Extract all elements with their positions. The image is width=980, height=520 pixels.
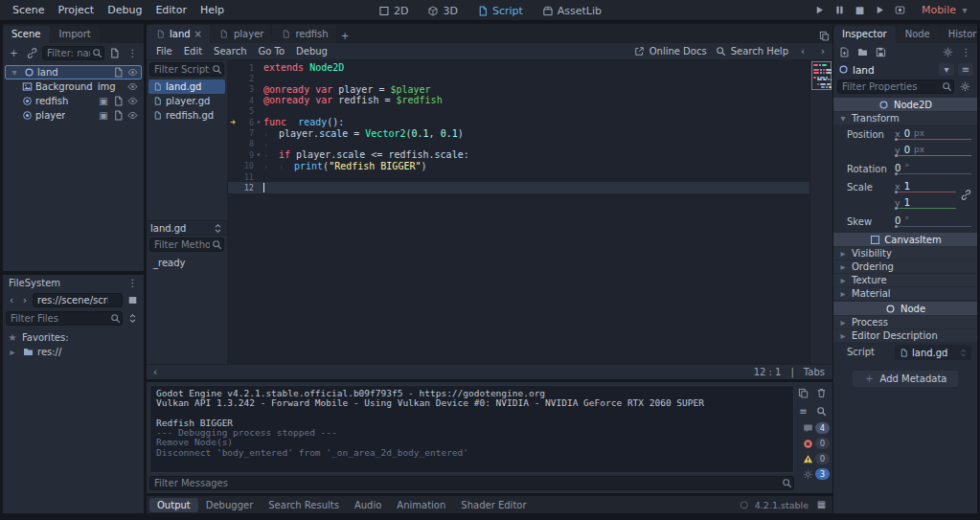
- section-editor-description[interactable]: ▸Editor Description: [833, 329, 977, 342]
- stop-button[interactable]: ■: [852, 3, 868, 17]
- make-floating-button[interactable]: [816, 29, 832, 43]
- filter-messages-button[interactable]: 4: [802, 422, 830, 434]
- line-col-indicator[interactable]: 12 : 1: [754, 367, 782, 377]
- filesystem-menu-button[interactable]: ⋮: [125, 276, 141, 290]
- fs-back-button[interactable]: ‹: [6, 293, 17, 307]
- fs-sort-button[interactable]: [125, 311, 141, 326]
- workspace-3d-button[interactable]: 3D: [421, 4, 464, 18]
- section-visibility[interactable]: ▸Visibility: [833, 247, 977, 260]
- section-texture[interactable]: ▸Texture: [833, 274, 977, 286]
- copy-output-button[interactable]: [795, 386, 811, 400]
- code-line-8[interactable]: 8›: [228, 139, 809, 149]
- code-line-11[interactable]: 11: [228, 171, 809, 182]
- movie-maker-button[interactable]: [892, 3, 908, 17]
- close-tab-icon[interactable]: ×: [194, 29, 202, 39]
- play-scene-button[interactable]: [872, 3, 888, 17]
- collapse-duplicates-button[interactable]: ≡: [795, 404, 811, 418]
- skew-field[interactable]: 0°: [895, 215, 971, 227]
- scale-y-field[interactable]: y1: [895, 196, 956, 209]
- workspace-2d-button[interactable]: 2D: [372, 4, 415, 18]
- code-line-12[interactable]: 12: [228, 182, 809, 192]
- inspector-filter-input[interactable]: [837, 79, 954, 94]
- script-menu-debug[interactable]: Debug: [290, 46, 333, 57]
- scene-node-redfish[interactable]: redfish▣: [5, 94, 142, 108]
- node-dropdown-button[interactable]: ▾: [939, 63, 954, 76]
- minimap[interactable]: [809, 60, 832, 364]
- script-tab-player[interactable]: player: [211, 25, 271, 43]
- scene-dock-tab-import[interactable]: Import: [51, 26, 100, 43]
- online-docs-button[interactable]: Online Docs: [634, 46, 707, 57]
- fs-filter-input[interactable]: [6, 311, 123, 326]
- rotation-field[interactable]: 0°: [895, 162, 971, 174]
- menu-editor[interactable]: Editor: [148, 3, 194, 17]
- bottom-tab-audio[interactable]: Audio: [347, 498, 389, 512]
- section-transform[interactable]: ▾Transform: [833, 112, 977, 124]
- scene-node-player[interactable]: player▣: [5, 108, 142, 123]
- script-menu-search[interactable]: Search: [208, 46, 252, 57]
- attach-script-button[interactable]: [106, 46, 123, 60]
- workspace-assetlib-button[interactable]: AssetLib: [536, 4, 608, 18]
- save-resource-button[interactable]: [873, 45, 889, 59]
- code-line-6[interactable]: 6▾func _ready():: [228, 117, 809, 127]
- extra-options-button[interactable]: ≡: [958, 63, 973, 76]
- method-sort-button[interactable]: [212, 221, 223, 236]
- fs-forward-button[interactable]: ›: [19, 293, 31, 307]
- script-resource-field[interactable]: land.gd: [895, 345, 971, 360]
- add-metadata-button[interactable]: + Add Metadata: [853, 371, 959, 387]
- fs-path-input[interactable]: [33, 293, 123, 307]
- position-y-field[interactable]: y0px: [895, 144, 971, 156]
- inspector-tab-node[interactable]: Node: [897, 26, 939, 43]
- bottom-tab-debugger[interactable]: Debugger: [198, 498, 262, 512]
- filter-editor-button[interactable]: 3: [802, 468, 830, 480]
- script-menu-go-to[interactable]: Go To: [252, 46, 290, 57]
- load-resource-button[interactable]: [855, 45, 871, 59]
- toggle-split-mode-button[interactable]: [125, 293, 141, 307]
- search-output-button[interactable]: [813, 404, 830, 418]
- code-line-5[interactable]: 5: [228, 106, 809, 117]
- section-ordering[interactable]: ▸Ordering: [833, 260, 977, 273]
- filter-errors-button[interactable]: 0: [802, 438, 830, 449]
- add-node-button[interactable]: +: [6, 46, 22, 60]
- collapse-scripts-panel-button[interactable]: ‹: [149, 365, 161, 379]
- method-item-ready[interactable]: _ready: [150, 256, 223, 270]
- inspector-tab-inspector[interactable]: Inspector: [833, 26, 896, 43]
- inspector-tab-history[interactable]: History: [940, 26, 977, 43]
- section-process[interactable]: ▸Process: [833, 316, 977, 328]
- script-menu-file[interactable]: File: [150, 46, 178, 57]
- scale-x-field[interactable]: x1: [895, 180, 956, 192]
- position-x-field[interactable]: x0px: [895, 127, 971, 140]
- bottom-tab-output[interactable]: Output: [149, 498, 198, 512]
- scene-node-land[interactable]: ▾land: [5, 65, 142, 79]
- code-line-1[interactable]: 1extends Node2D: [228, 62, 809, 73]
- script-tab-land[interactable]: land×: [147, 25, 210, 43]
- object-menu-button[interactable]: ⋮: [958, 45, 974, 59]
- pause-button[interactable]: [832, 3, 848, 17]
- bottom-tab-animation[interactable]: Animation: [389, 498, 453, 512]
- menu-debug[interactable]: Debug: [101, 3, 148, 17]
- code-line-10[interactable]: 10››print("Redfish BIGGER"): [228, 161, 809, 171]
- clear-output-button[interactable]: [813, 386, 830, 400]
- section-material[interactable]: ▸Material: [833, 287, 977, 300]
- scene-node-background-img[interactable]: Background_img: [5, 79, 142, 94]
- code-line-7[interactable]: 7›player.scale = Vector2(0.1, 0.1): [228, 127, 809, 138]
- script-item-player-gd[interactable]: player.gd: [148, 94, 225, 108]
- script-tab-redfish[interactable]: redfish: [272, 25, 335, 43]
- code-line-2[interactable]: 2: [228, 73, 809, 83]
- manage-properties-button[interactable]: [957, 79, 973, 94]
- instance-scene-button[interactable]: [24, 46, 40, 60]
- script-item-land-gd[interactable]: land.gd: [148, 79, 225, 94]
- renderer-select[interactable]: Mobile▾: [922, 4, 974, 16]
- code-editor[interactable]: 1extends Node2D23@onready var player = $…: [228, 60, 832, 364]
- scene-dock-tab-scene[interactable]: Scene: [3, 26, 50, 43]
- script-item-redfish-gd[interactable]: redfish.gd: [148, 108, 225, 123]
- bottom-tab-search-results[interactable]: Search Results: [261, 498, 347, 512]
- fold-arrow-icon[interactable]: ▾: [254, 150, 263, 159]
- code-line-9[interactable]: 9▾›if player.scale <= redfish.scale:: [228, 149, 809, 160]
- menu-scene[interactable]: Scene: [6, 3, 52, 17]
- new-script-tab-button[interactable]: +: [337, 29, 353, 43]
- fold-arrow-icon[interactable]: ▾: [254, 118, 263, 126]
- new-resource-button[interactable]: [836, 45, 853, 59]
- bottom-tab-shader-editor[interactable]: Shader Editor: [453, 498, 534, 512]
- filter-messages-input[interactable]: [149, 476, 794, 490]
- resource-tools-button[interactable]: [940, 45, 956, 59]
